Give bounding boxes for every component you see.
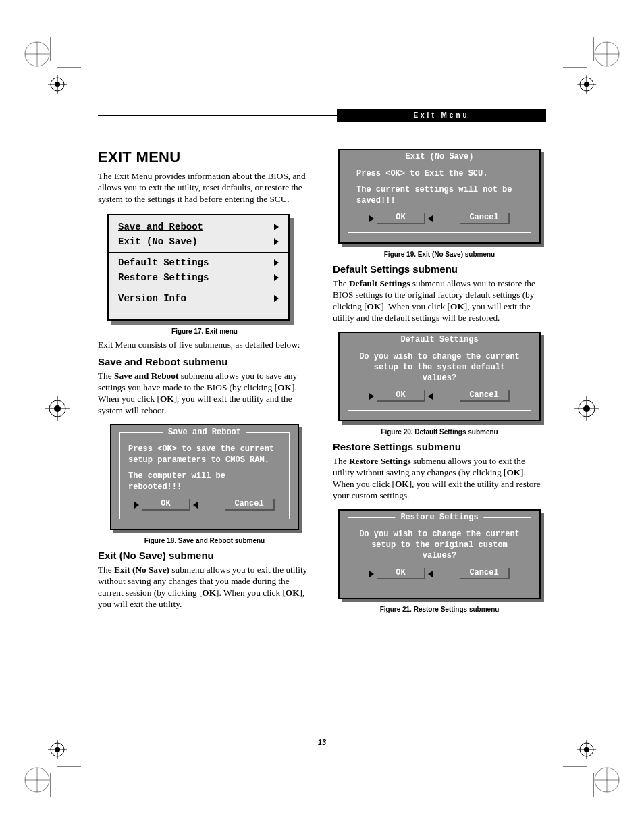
svg-point-40 — [580, 743, 593, 756]
chevron-right-icon — [274, 274, 279, 281]
svg-point-2 — [25, 42, 49, 66]
menu-item-save-reboot[interactable]: Save and Reboot — [117, 219, 280, 234]
play-right-icon — [134, 502, 139, 509]
dialog-title: Exit (No Save) — [400, 152, 479, 161]
after-fig17-text: Exit Menu consists of five submenus, as … — [98, 339, 311, 350]
svg-point-11 — [595, 42, 619, 66]
restore-settings-heading: Restore Settings submenu — [333, 441, 546, 452]
page-title: EXIT MENU — [98, 149, 311, 166]
svg-point-14 — [580, 78, 593, 91]
menu-item-default-settings[interactable]: Default Settings — [117, 255, 280, 270]
chevron-right-icon — [274, 259, 279, 266]
menu-item-exit-nosave[interactable]: Exit (No Save) — [117, 234, 280, 249]
chevron-right-icon — [274, 238, 279, 245]
svg-point-31 — [51, 743, 64, 756]
figure-21-caption: Figure 21. Restore Settings submenu — [333, 606, 546, 613]
svg-point-18 — [49, 400, 65, 417]
save-reboot-heading: Save and Reboot submenu — [98, 356, 311, 367]
play-left-icon — [428, 393, 433, 400]
exit-nosave-heading: Exit (No Save) submenu — [98, 550, 311, 561]
menu-item-version-info[interactable]: Version Info — [117, 291, 280, 306]
svg-point-17 — [584, 82, 589, 87]
restore-settings-paragraph: The Restore Settings submenu allows you … — [333, 455, 546, 501]
dialog-line1: Press <OK> to Exit the SCU. — [356, 168, 522, 179]
svg-point-8 — [55, 82, 60, 87]
left-column: EXIT MENU The Exit Menu provides informa… — [98, 149, 311, 617]
cancel-button[interactable]: Cancel — [460, 211, 509, 224]
play-left-icon — [193, 502, 198, 509]
play-left-icon — [428, 215, 433, 222]
dialog-title: Default Settings — [395, 335, 483, 344]
exit-nosave-screenshot: Exit (No Save) Press <OK> to Exit the SC… — [338, 149, 541, 244]
crop-mark-top-left — [20, 37, 81, 98]
ok-button[interactable]: OK — [369, 389, 433, 402]
figure-19-caption: Figure 19. Exit (No Save) submenu — [333, 251, 546, 258]
svg-point-5 — [51, 78, 64, 91]
restore-settings-screenshot: Restore Settings Do you wish to change t… — [338, 509, 541, 599]
cancel-button[interactable]: Cancel — [460, 389, 509, 402]
page-number: 13 — [98, 738, 546, 746]
dialog-line1: Do you wish to change the current setup … — [356, 529, 522, 561]
right-column: Exit (No Save) Press <OK> to Exit the SC… — [333, 149, 546, 617]
dialog-line1: Press <OK> to save the current setup par… — [128, 444, 281, 465]
ok-button[interactable]: OK — [369, 567, 433, 579]
cancel-button[interactable]: Cancel — [460, 567, 509, 579]
intro-paragraph: The Exit Menu provides information about… — [98, 170, 311, 205]
dialog-title: Restore Settings — [395, 513, 483, 522]
exit-menu-screenshot: Save and Reboot Exit (No Save) Default S… — [107, 214, 290, 321]
cancel-button[interactable]: Cancel — [225, 498, 274, 511]
default-settings-heading: Default Settings submenu — [333, 263, 546, 275]
svg-point-21 — [54, 405, 61, 412]
play-right-icon — [369, 571, 374, 577]
ok-button[interactable]: OK — [134, 498, 198, 511]
dialog-line2: The current settings will not be saved!!… — [356, 184, 522, 206]
figure-18-caption: Figure 18. Save and Reboot submenu — [98, 537, 311, 544]
svg-point-25 — [583, 405, 590, 412]
dialog-line1: Do you wish to change the current setup … — [356, 351, 522, 384]
play-right-icon — [369, 393, 374, 400]
chevron-right-icon — [274, 224, 279, 230]
save-reboot-paragraph: The Save and Reboot submenu allows you t… — [98, 370, 311, 416]
svg-point-43 — [584, 747, 589, 752]
svg-point-34 — [55, 747, 60, 752]
dialog-line2: The computer will be rebooted!!! — [128, 471, 281, 492]
play-right-icon — [369, 215, 374, 222]
svg-point-28 — [25, 768, 49, 792]
save-reboot-screenshot: Save and Reboot Press <OK> to save the c… — [110, 424, 299, 530]
chevron-right-icon — [274, 295, 279, 302]
menu-item-restore-settings[interactable]: Restore Settings — [117, 270, 280, 285]
exit-nosave-paragraph: The Exit (No Save) submenu allows you to… — [98, 564, 311, 610]
figure-17-caption: Figure 17. Exit menu — [98, 328, 311, 335]
default-settings-paragraph: The Default Settings submenu allows you … — [333, 278, 546, 323]
crop-mark-mid-left — [20, 378, 81, 439]
figure-20-caption: Figure 20. Default Settings submenu — [333, 428, 546, 436]
crop-mark-bottom-right — [563, 736, 624, 797]
default-settings-screenshot: Default Settings Do you wish to change t… — [338, 332, 541, 421]
play-left-icon — [428, 571, 433, 577]
crop-mark-mid-right — [563, 378, 624, 439]
svg-point-22 — [579, 400, 595, 417]
crop-mark-top-right — [563, 37, 624, 98]
crop-mark-bottom-left — [20, 736, 81, 797]
svg-point-37 — [595, 768, 619, 792]
running-header: Exit Menu — [337, 109, 546, 122]
ok-button[interactable]: OK — [369, 211, 433, 224]
dialog-title: Save and Reboot — [163, 427, 246, 437]
